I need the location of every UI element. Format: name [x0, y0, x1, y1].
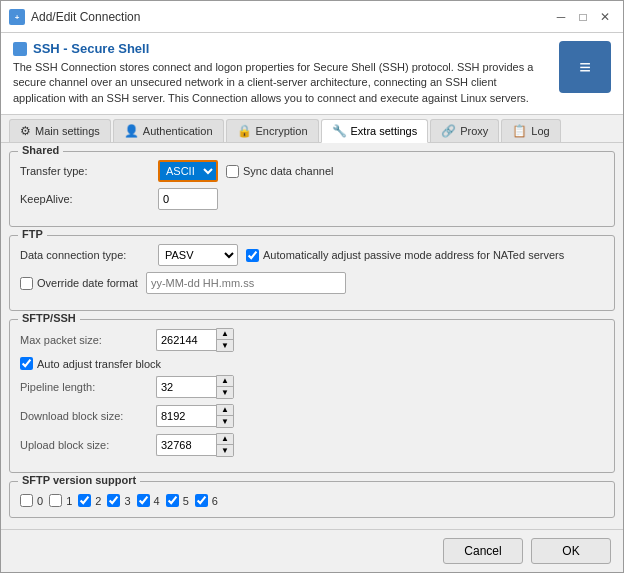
- pipeline-down-button[interactable]: ▼: [217, 387, 233, 398]
- version-4-text: 4: [154, 495, 160, 507]
- svg-text:+: +: [15, 13, 20, 22]
- sftp-version-label: SFTP version support: [18, 474, 140, 486]
- ok-button[interactable]: OK: [531, 538, 611, 564]
- window-icon: +: [9, 9, 25, 25]
- sftp-group: SFTP/SSH Max packet size: ▲ ▼ Auto adjus…: [9, 319, 615, 473]
- upload-block-label: Upload block size:: [20, 439, 150, 451]
- extra-settings-icon: 🔧: [332, 124, 347, 138]
- download-block-input[interactable]: [156, 405, 216, 427]
- sync-data-channel-text: Sync data channel: [243, 165, 334, 177]
- max-packet-input[interactable]: [156, 329, 216, 351]
- auto-adjust-checkbox[interactable]: [246, 249, 259, 262]
- pipeline-row: Pipeline length: ▲ ▼: [20, 375, 604, 399]
- connection-title: SSH - Secure Shell: [13, 41, 549, 56]
- tab-authentication-label: Authentication: [143, 125, 213, 137]
- max-packet-row: Max packet size: ▲ ▼: [20, 328, 604, 352]
- ssh-icon: [13, 42, 27, 56]
- pipeline-up-button[interactable]: ▲: [217, 376, 233, 387]
- override-date-row: Override date format: [20, 272, 604, 294]
- auto-adjust-transfer-checkbox[interactable]: [20, 357, 33, 370]
- tab-main-settings[interactable]: ⚙ Main settings: [9, 119, 111, 142]
- sftp-group-label: SFTP/SSH: [18, 312, 80, 324]
- version-6-text: 6: [212, 495, 218, 507]
- tab-encryption-label: Encryption: [256, 125, 308, 137]
- tab-proxy[interactable]: 🔗 Proxy: [430, 119, 499, 142]
- max-packet-up-button[interactable]: ▲: [217, 329, 233, 340]
- tab-proxy-label: Proxy: [460, 125, 488, 137]
- tab-extra-settings-label: Extra settings: [351, 125, 418, 137]
- override-date-text: Override date format: [37, 277, 138, 289]
- version-2-label: 2: [78, 494, 101, 507]
- upload-block-row: Upload block size: ▲ ▼: [20, 433, 604, 457]
- auto-adjust-transfer-text: Auto adjust transfer block: [37, 358, 161, 370]
- download-block-up-button[interactable]: ▲: [217, 405, 233, 416]
- tab-authentication[interactable]: 👤 Authentication: [113, 119, 224, 142]
- ftp-group: FTP Data connection type: PASV PORT EPSV…: [9, 235, 615, 311]
- tab-encryption[interactable]: 🔒 Encryption: [226, 119, 319, 142]
- version-1-label: 1: [49, 494, 72, 507]
- encryption-icon: 🔒: [237, 124, 252, 138]
- maximize-button[interactable]: □: [573, 7, 593, 27]
- version-5-text: 5: [183, 495, 189, 507]
- version-1-checkbox[interactable]: [49, 494, 62, 507]
- sync-data-channel-label: Sync data channel: [226, 165, 334, 178]
- auto-adjust-text: Automatically adjust passive mode addres…: [263, 249, 564, 261]
- ftp-group-label: FTP: [18, 228, 47, 240]
- tab-main-settings-label: Main settings: [35, 125, 100, 137]
- auto-adjust-transfer-row: Auto adjust transfer block: [20, 357, 604, 370]
- tab-log-label: Log: [531, 125, 549, 137]
- header-area: SSH - Secure Shell The SSH Connection st…: [1, 33, 623, 115]
- keepalive-input[interactable]: [158, 188, 218, 210]
- header-description: The SSH Connection stores connect and lo…: [13, 60, 549, 106]
- pipeline-label: Pipeline length:: [20, 381, 150, 393]
- transfer-type-row: Transfer type: ASCII Binary Auto Sync da…: [20, 160, 604, 182]
- keepalive-row: KeepAlive:: [20, 188, 604, 210]
- version-5-checkbox[interactable]: [166, 494, 179, 507]
- version-6-label: 6: [195, 494, 218, 507]
- version-0-checkbox[interactable]: [20, 494, 33, 507]
- main-settings-icon: ⚙: [20, 124, 31, 138]
- data-connection-row: Data connection type: PASV PORT EPSV EPR…: [20, 244, 604, 266]
- close-button[interactable]: ✕: [595, 7, 615, 27]
- shared-group: Shared Transfer type: ASCII Binary Auto …: [9, 151, 615, 227]
- download-block-down-button[interactable]: ▼: [217, 416, 233, 427]
- cancel-button[interactable]: Cancel: [443, 538, 523, 564]
- sync-data-channel-checkbox[interactable]: [226, 165, 239, 178]
- date-format-input[interactable]: [146, 272, 346, 294]
- version-4-checkbox[interactable]: [137, 494, 150, 507]
- upload-block-down-button[interactable]: ▼: [217, 445, 233, 456]
- version-row: 0 1 2 3 4: [20, 494, 604, 507]
- tab-extra-settings[interactable]: 🔧 Extra settings: [321, 119, 429, 143]
- authentication-icon: 👤: [124, 124, 139, 138]
- header-logo: ≡: [559, 41, 611, 93]
- max-packet-label: Max packet size:: [20, 334, 150, 346]
- data-connection-label: Data connection type:: [20, 249, 150, 261]
- minimize-button[interactable]: ─: [551, 7, 571, 27]
- version-5-label: 5: [166, 494, 189, 507]
- version-3-checkbox[interactable]: [107, 494, 120, 507]
- pipeline-input[interactable]: [156, 376, 216, 398]
- version-2-checkbox[interactable]: [78, 494, 91, 507]
- transfer-type-select[interactable]: ASCII Binary Auto: [158, 160, 218, 182]
- keepalive-label: KeepAlive:: [20, 193, 150, 205]
- version-1-text: 1: [66, 495, 72, 507]
- override-date-label: Override date format: [20, 277, 138, 290]
- download-block-row: Download block size: ▲ ▼: [20, 404, 604, 428]
- max-packet-down-button[interactable]: ▼: [217, 340, 233, 351]
- version-6-checkbox[interactable]: [195, 494, 208, 507]
- version-0-label: 0: [20, 494, 43, 507]
- data-connection-select[interactable]: PASV PORT EPSV EPRT: [158, 244, 238, 266]
- sftp-version-group: SFTP version support 0 1 2 3: [9, 481, 615, 518]
- override-date-checkbox[interactable]: [20, 277, 33, 290]
- auto-adjust-transfer-label: Auto adjust transfer block: [20, 357, 161, 370]
- title-bar: + Add/Edit Connection ─ □ ✕: [1, 1, 623, 33]
- footer: Cancel OK: [1, 529, 623, 572]
- tab-log[interactable]: 📋 Log: [501, 119, 560, 142]
- version-3-text: 3: [124, 495, 130, 507]
- shared-group-label: Shared: [18, 144, 63, 156]
- download-block-label: Download block size:: [20, 410, 150, 422]
- log-icon: 📋: [512, 124, 527, 138]
- tab-bar: ⚙ Main settings 👤 Authentication 🔒 Encry…: [1, 115, 623, 143]
- upload-block-up-button[interactable]: ▲: [217, 434, 233, 445]
- upload-block-input[interactable]: [156, 434, 216, 456]
